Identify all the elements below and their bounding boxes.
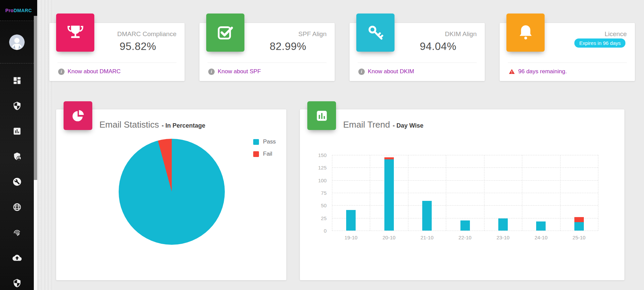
sidebar-item-upload[interactable] — [0, 245, 34, 270]
profile-block — [0, 21, 34, 63]
link-label: Know about DKIM — [368, 68, 414, 75]
y-axis-label: 50 — [312, 203, 327, 208]
stat-card-dmarc-compliance: DMARC Compliance 95.82% i Know about DMA… — [49, 23, 185, 81]
email-statistics-card: Email Statistics - In Percentage PassFai… — [56, 109, 286, 280]
person-icon — [9, 34, 25, 50]
dashboard-icon — [13, 76, 22, 85]
gridline-horizontal — [332, 180, 598, 181]
fingerprint-icon — [13, 228, 22, 237]
gridline-vertical — [446, 155, 446, 231]
x-axis-label: 21-10 — [412, 235, 442, 240]
bar-segment-pass — [460, 220, 470, 231]
x-axis-label: 19-10 — [336, 235, 366, 240]
protection-shield-icon — [13, 279, 22, 288]
gridline-vertical — [332, 155, 332, 231]
brand-dmarc: DMARC — [14, 8, 32, 13]
gridline-vertical — [370, 155, 370, 231]
avatar[interactable] — [9, 34, 25, 50]
stat-card-title: DKIM Align — [445, 30, 477, 38]
brand-logo[interactable]: ProDMARC — [0, 0, 37, 21]
chart-title-sub: - Day Wise — [393, 122, 424, 129]
bar-24-10 — [536, 221, 546, 231]
legend-label: Pass — [263, 138, 276, 145]
y-axis-label: 150 — [312, 152, 327, 158]
brand-pro: Pro — [5, 8, 14, 13]
chart-title-sub: - In Percentage — [162, 122, 205, 129]
gridline-vertical — [484, 155, 484, 231]
bar-22-10 — [460, 220, 470, 231]
sidebar-item-security[interactable] — [0, 93, 34, 118]
y-axis-label: 25 — [312, 215, 327, 221]
sidebar: ProDMARC — [0, 0, 37, 290]
key-icon — [356, 14, 395, 52]
know-about-dmarc-link[interactable]: i Know about DMARC — [58, 68, 121, 75]
gridline-horizontal — [332, 205, 598, 206]
divider — [208, 62, 327, 63]
bar-segment-pass — [498, 218, 508, 231]
reports-poll-icon — [13, 127, 22, 136]
gridline-vertical — [598, 155, 598, 231]
sidebar-item-reports[interactable] — [0, 118, 34, 144]
info-icon: i — [58, 69, 65, 75]
bar-segment-pass — [346, 210, 356, 231]
sidebar-scrollbar-thumb[interactable] — [34, 16, 37, 180]
stat-card-dkim-align: DKIM Align 94.04% i Know about DKIM — [350, 23, 485, 81]
warning-text: 96 days remaining. — [518, 68, 567, 75]
bell-icon — [506, 14, 545, 52]
warning-triangle-icon — [508, 68, 515, 75]
y-axis-label: 100 — [312, 177, 327, 183]
link-label: Know about DMARC — [68, 68, 121, 75]
sidebar-item-forensics[interactable] — [0, 220, 34, 245]
legend-label: Fail — [263, 151, 272, 157]
stat-card-value: 82.99% — [270, 41, 306, 53]
know-about-dkim-link[interactable]: i Know about DKIM — [358, 68, 414, 75]
licence-expiry-badge: Expires in 96 days — [574, 38, 625, 48]
link-label: Know about SPF — [218, 68, 261, 75]
legend-swatch — [253, 139, 259, 145]
pie-legend: PassFail — [253, 138, 276, 157]
y-axis-label: 0 — [312, 228, 327, 234]
stat-card-title: DMARC Compliance — [117, 30, 176, 38]
y-axis-label: 75 — [312, 190, 327, 196]
user-shield-icon — [13, 152, 22, 161]
info-icon: i — [358, 69, 365, 75]
licence-warning: 96 days remaining. — [508, 68, 567, 75]
sidebar-item-domains[interactable] — [0, 194, 34, 220]
legend-swatch — [253, 151, 259, 157]
sidebar-nav — [0, 63, 34, 290]
sidebar-item-protection[interactable] — [0, 270, 34, 290]
divider — [358, 62, 477, 63]
bar-chart-plot: 025507510012515019-1020-1021-1022-1023-1… — [332, 155, 598, 231]
bar-21-10 — [422, 201, 432, 231]
x-axis-label: 24-10 — [526, 235, 556, 240]
stat-card-title: Licence — [605, 30, 627, 38]
bar-segment-fail — [574, 217, 584, 222]
gridline-vertical — [408, 155, 408, 231]
sidebar-item-user-security[interactable] — [0, 144, 34, 169]
sidebar-item-dashboard[interactable] — [0, 68, 34, 93]
divider — [57, 62, 176, 63]
pie-chart-icon — [64, 101, 92, 130]
gridline-horizontal — [332, 193, 598, 193]
stat-card-spf-align: SPF Align 82.99% i Know about SPF — [199, 23, 335, 81]
bar-segment-pass — [384, 159, 394, 231]
info-icon: i — [208, 69, 215, 75]
chart-title: Email Trend - Day Wise — [343, 120, 424, 130]
sidebar-item-tools[interactable] — [0, 169, 34, 194]
know-about-spf-link[interactable]: i Know about SPF — [208, 68, 261, 75]
gridline-vertical — [560, 155, 560, 231]
gridline-horizontal — [332, 167, 598, 168]
y-axis-label: 125 — [312, 165, 327, 170]
gridline-horizontal — [332, 231, 598, 231]
bar-segment-pass — [574, 222, 584, 231]
checkbox-checked-icon — [206, 14, 244, 52]
chart-title-main: Email Trend — [343, 120, 390, 130]
legend-item-pass[interactable]: Pass — [253, 138, 276, 145]
x-axis-label: 23-10 — [488, 235, 518, 240]
x-axis-label: 20-10 — [374, 235, 404, 240]
bar-23-10 — [498, 218, 508, 231]
sidebar-scrollbar-track[interactable] — [34, 16, 37, 290]
bar-19-10 — [346, 210, 356, 231]
legend-item-fail[interactable]: Fail — [253, 151, 276, 157]
tools-wrench-icon — [13, 177, 22, 186]
